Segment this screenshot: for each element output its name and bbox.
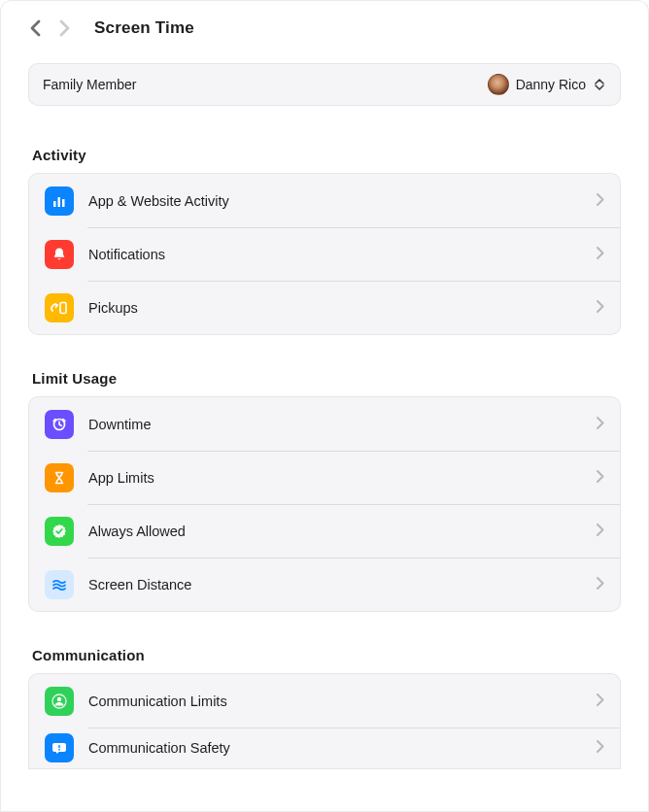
row-app-website-activity[interactable]: App & Website Activity xyxy=(29,174,620,227)
chevron-right-icon xyxy=(597,693,604,710)
chevron-right-icon xyxy=(597,299,604,317)
row-pickups[interactable]: Pickups xyxy=(29,281,620,334)
person-bubble-icon xyxy=(45,687,74,716)
screen-time-window: Screen Time Family Member Danny Rico Act… xyxy=(0,0,649,812)
row-downtime[interactable]: Downtime xyxy=(29,397,620,451)
up-down-icon xyxy=(593,76,606,93)
svg-rect-1 xyxy=(58,197,61,207)
svg-point-8 xyxy=(58,749,60,751)
row-label: App Limits xyxy=(88,470,597,486)
pickups-icon xyxy=(45,293,74,322)
svg-point-5 xyxy=(57,696,61,700)
row-notifications[interactable]: Notifications xyxy=(29,227,620,281)
waves-icon xyxy=(45,570,74,599)
family-member-label: Family Member xyxy=(43,77,136,92)
row-label: Communication Safety xyxy=(88,740,597,756)
chart-bar-icon xyxy=(45,186,74,216)
row-app-limits[interactable]: App Limits xyxy=(29,451,620,504)
avatar xyxy=(488,74,509,95)
row-label: Communication Limits xyxy=(88,694,597,709)
back-button[interactable] xyxy=(22,16,48,41)
section-title-communication: Communication xyxy=(32,647,621,663)
activity-list: App & Website Activity Notifications P xyxy=(28,173,621,335)
row-label: Screen Distance xyxy=(88,577,597,592)
section-title-limit-usage: Limit Usage xyxy=(32,370,621,387)
row-always-allowed[interactable]: Always Allowed xyxy=(29,504,620,558)
bubble-warning-icon xyxy=(45,733,74,762)
hourglass-icon xyxy=(45,463,74,492)
clock-icon xyxy=(45,410,74,439)
bell-icon xyxy=(45,240,74,269)
row-label: Downtime xyxy=(88,417,597,432)
forward-button[interactable] xyxy=(51,16,77,41)
header: Screen Time xyxy=(1,1,648,55)
svg-rect-7 xyxy=(58,745,60,748)
row-screen-distance[interactable]: Screen Distance xyxy=(29,558,620,611)
chevron-right-icon xyxy=(597,576,604,593)
svg-rect-3 xyxy=(60,302,66,313)
chevron-right-icon xyxy=(597,523,604,540)
row-label: Always Allowed xyxy=(88,524,597,539)
chevron-right-icon xyxy=(597,469,604,487)
row-communication-limits[interactable]: Communication Limits xyxy=(29,674,620,727)
section-title-activity: Activity xyxy=(32,147,621,163)
svg-rect-0 xyxy=(53,201,56,207)
chevron-right-icon xyxy=(597,739,604,757)
content: Family Member Danny Rico Activity App & … xyxy=(1,55,648,769)
checkmark-seal-icon xyxy=(45,517,74,546)
chevron-right-icon xyxy=(597,416,604,433)
family-member-selector[interactable]: Danny Rico xyxy=(482,71,610,98)
family-member-name: Danny Rico xyxy=(516,77,586,92)
communication-list: Communication Limits Communication Safet… xyxy=(28,673,621,769)
row-label: Notifications xyxy=(88,247,597,262)
chevron-right-icon xyxy=(597,246,604,263)
chevron-right-icon xyxy=(597,192,604,210)
svg-rect-2 xyxy=(62,199,65,207)
page-title: Screen Time xyxy=(94,18,194,38)
row-communication-safety[interactable]: Communication Safety xyxy=(29,727,620,768)
family-member-box: Family Member Danny Rico xyxy=(28,63,621,106)
limit-usage-list: Downtime App Limits Always Allowed xyxy=(28,396,621,612)
row-label: App & Website Activity xyxy=(88,193,597,209)
row-label: Pickups xyxy=(88,300,597,316)
